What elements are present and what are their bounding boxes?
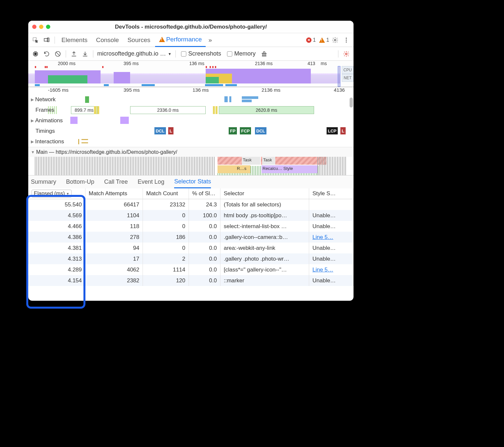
cell-attempts: 94 — [85, 243, 143, 253]
flame-task[interactable]: Task — [262, 157, 275, 165]
cell-count: 2 — [143, 253, 189, 264]
flame-chart[interactable]: Task Task R…s Recalcu… Style — [28, 157, 354, 175]
net-label: NET — [342, 74, 354, 82]
subtab-summary[interactable]: Summary — [31, 176, 56, 188]
flame-bar[interactable]: R…s — [236, 165, 250, 173]
upload-icon[interactable] — [69, 49, 79, 59]
cell-style: Unable… — [309, 221, 354, 232]
memory-checkbox[interactable]: Memory — [224, 50, 258, 57]
traffic-lights — [32, 25, 50, 29]
cell-count: 23132 — [143, 199, 189, 210]
minimize-window-button[interactable] — [39, 25, 43, 29]
warning-count: 1 — [326, 37, 329, 43]
screenshots-checkbox[interactable]: Screenshots — [178, 50, 224, 57]
clear-button[interactable] — [53, 49, 63, 59]
tab-sources[interactable]: Sources — [124, 33, 154, 47]
cell-selector: select:-internal-list-box … — [220, 221, 309, 232]
cell-count: 0 — [143, 243, 189, 253]
style-link[interactable]: Line 5… — [312, 234, 333, 241]
cell-slow: 0.0 — [189, 253, 220, 264]
cell-attempts: 4062 — [85, 264, 143, 275]
subtab-selector-stats[interactable]: Selector Stats — [174, 176, 211, 188]
window-title: DevTools - microsoftedge.github.io/Demos… — [28, 24, 354, 30]
ruler-tick: 136 ms — [189, 61, 204, 66]
scrollbar-thumb[interactable] — [350, 98, 353, 107]
table-row[interactable]: 4.3819400.0area:-webkit-any-linkUnable… — [28, 243, 354, 253]
col-elapsed-header[interactable]: Elapsed (ms) ▼ — [28, 188, 85, 199]
track-main-header[interactable]: ▼ Main — https://microsoftedge.github.io… — [28, 147, 354, 157]
close-window-button[interactable] — [32, 25, 36, 29]
cell-selector: .gallery .photo .photo-wr… — [220, 253, 309, 264]
track-frames[interactable]: Frames 899.7 ms 2336.0 ms 2620.8 ms — [28, 105, 354, 115]
selector-stats-table: Elapsed (ms) ▼ Match Attempts Match Coun… — [28, 188, 354, 301]
device-toolbar-icon[interactable] — [41, 35, 52, 45]
cell-elapsed: 55.540 — [28, 199, 85, 210]
table-body: 55.540664172313224.3(Totals for all sele… — [28, 199, 354, 286]
timing-dcl: DCL — [255, 127, 266, 134]
track-label: Timings — [35, 128, 72, 134]
col-slow-header[interactable]: % of Sl… — [189, 188, 220, 199]
ruler-tick: ms — [321, 61, 327, 66]
tab-more[interactable]: » — [206, 33, 214, 47]
table-row[interactable]: 55.540664172313224.3(Totals for all sele… — [28, 199, 354, 210]
subtab-event-log[interactable]: Event Log — [138, 176, 164, 188]
record-button[interactable] — [30, 49, 41, 59]
ruler-tick: 395 ms — [124, 61, 139, 66]
track-network[interactable]: ▶ Network — [28, 94, 354, 105]
col-selector-header[interactable]: Selector — [220, 188, 309, 199]
tracks-ruler: -1605 ms 395 ms 136 ms 2136 ms 4136 — [28, 87, 354, 94]
timing-l: L — [340, 127, 346, 134]
flame-task[interactable]: Task — [242, 157, 260, 165]
download-icon[interactable] — [80, 49, 90, 59]
inspect-element-icon[interactable] — [30, 35, 41, 45]
col-attempts-header[interactable]: Match Attempts — [85, 188, 143, 199]
garbage-collect-icon[interactable] — [259, 49, 269, 59]
reload-button[interactable] — [41, 49, 52, 59]
table-row[interactable]: 4.15423821200.0::markerUnable… — [28, 275, 354, 286]
cell-style: Line 5… — [309, 232, 354, 243]
cell-selector: html body .ps-tooltip[po… — [220, 210, 309, 221]
col-count-header[interactable]: Match Count — [143, 188, 189, 199]
track-animations[interactable]: ▶ Animations — [28, 115, 354, 126]
track-label: Animations — [35, 117, 71, 124]
col-style-header[interactable]: Style S… — [309, 188, 354, 199]
more-icon[interactable] — [341, 35, 352, 45]
error-icon: ✕ — [306, 37, 311, 43]
cell-selector: .gallery-icon--camera::b… — [220, 232, 309, 243]
titlebar: DevTools - microsoftedge.github.io/Demos… — [28, 21, 354, 33]
cell-attempts: 66417 — [85, 199, 143, 210]
cell-elapsed: 4.154 — [28, 275, 85, 286]
subtab-bottom-up[interactable]: Bottom-Up — [66, 176, 94, 188]
frame-duration: 2620.8 ms — [219, 106, 314, 114]
cell-slow: 0.0 — [189, 275, 220, 286]
table-row[interactable]: 4.46611800.0select:-internal-list-box …U… — [28, 221, 354, 232]
style-link[interactable]: Line 5… — [312, 267, 333, 273]
cell-slow: 0.0 — [189, 232, 220, 243]
disclosure-icon[interactable]: ▼ — [31, 150, 35, 154]
tracks-panel[interactable]: ▶ Network Frames 899.7 ms 2336.0 — [28, 94, 354, 175]
subtab-call-tree[interactable]: Call Tree — [104, 176, 128, 188]
flame-recalc-style[interactable]: Recalcu… Style — [262, 165, 317, 173]
settings-icon[interactable] — [330, 35, 340, 45]
table-row[interactable]: 4.3862781860.0.gallery-icon--camera::b…L… — [28, 232, 354, 243]
warning-icon — [319, 37, 325, 43]
track-timings[interactable]: Timings DCL L FP FCP DCL LCP L — [28, 126, 354, 136]
timing-fcp: FCP — [240, 127, 251, 134]
tab-performance[interactable]: Performance — [155, 33, 206, 47]
svg-point-5 — [346, 39, 347, 40]
track-interactions[interactable]: ▶ Interactions — [28, 136, 354, 147]
screenshots-label: Screenshots — [188, 50, 221, 57]
table-row[interactable]: 4.3131720.0.gallery .photo .photo-wr…Una… — [28, 253, 354, 264]
tab-console[interactable]: Console — [92, 33, 123, 47]
issues-badges[interactable]: ✕ 1 1 — [306, 37, 329, 43]
maximize-window-button[interactable] — [46, 25, 50, 29]
url-dropdown[interactable]: microsoftedge.github.io … ▼ — [96, 50, 173, 57]
cell-attempts: 278 — [85, 232, 143, 243]
cell-selector: [class*=" gallery-icon--"… — [220, 264, 309, 275]
table-row[interactable]: 4.289406211140.0[class*=" gallery-icon--… — [28, 264, 354, 275]
capture-settings-icon[interactable] — [341, 49, 352, 59]
overview-timeline[interactable]: 2000 ms 395 ms 136 ms 2136 ms 413 ms — [28, 61, 354, 87]
tab-elements[interactable]: Elements — [57, 33, 91, 47]
table-row[interactable]: 4.56911040100.0html body .ps-tooltip[po…… — [28, 210, 354, 221]
overview-handle[interactable] — [338, 66, 340, 87]
